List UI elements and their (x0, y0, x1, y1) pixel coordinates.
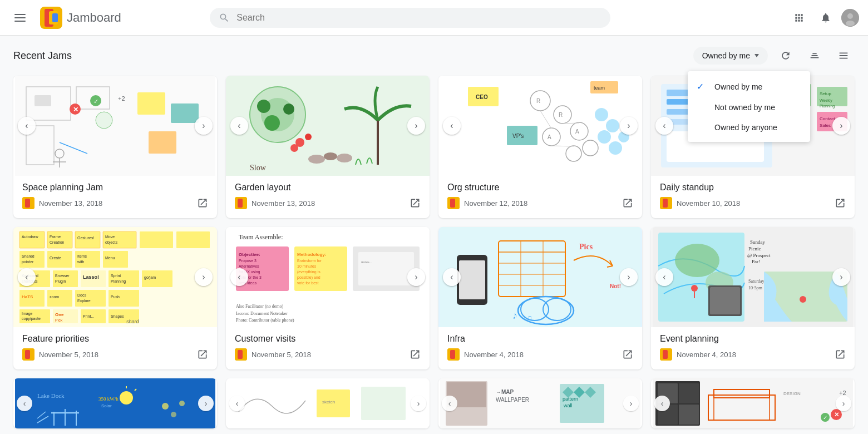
svg-point-224 (171, 412, 176, 417)
bottom-cards-row: Lake Dock 350 kW/h Solar (13, 378, 855, 428)
card-next-button-customer[interactable]: › (407, 268, 425, 286)
bottom-card-lake[interactable]: Lake Dock 350 kW/h Solar (13, 378, 217, 428)
card-next-button-daily[interactable]: › (832, 117, 850, 135)
card-infra[interactable]: Pics ♪ ♫ Not! ‹ › Infra (438, 227, 642, 369)
jam-icon-space (22, 197, 34, 209)
notifications-button[interactable] (815, 7, 837, 29)
card-prev-button-feature[interactable]: ‹ (18, 268, 36, 286)
open-external-icon-infra[interactable] (622, 349, 633, 360)
svg-text:10 minutes: 10 minutes (297, 264, 317, 268)
search-icon (219, 12, 230, 23)
svg-text:Sprint: Sprint (111, 274, 121, 278)
svg-text:(everything is: (everything is (297, 270, 320, 274)
card-next-button-org[interactable]: › (620, 117, 638, 135)
card-next-button-garden[interactable]: › (407, 117, 425, 135)
svg-rect-13 (137, 92, 165, 115)
svg-rect-228 (361, 387, 406, 420)
card-space-planning[interactable]: ✕ ✓ +2 ‹ › Space planning Jam (13, 76, 217, 218)
card-prev-button-event[interactable]: ‹ (655, 268, 673, 286)
filter-dropdown-button[interactable]: Owned by me (693, 47, 768, 65)
bottom-card-next-lake[interactable]: › (198, 396, 214, 411)
card-prev-button-space[interactable]: ‹ (18, 117, 36, 135)
bottom-card-next-sketch2[interactable]: › (411, 396, 426, 411)
bottom-card-map-wallpaper[interactable]: →MAP WALLPAPER pattern wall ‹ › (438, 378, 642, 428)
sort-button[interactable] (803, 45, 826, 67)
svg-rect-245 (679, 405, 699, 425)
card-customer-visits[interactable]: Team Assemble: Objective: Propose 3 Alte… (226, 227, 430, 369)
preview-svg-event: Sunday Picnic @ Prospect Par! Saturday 1… (651, 227, 855, 327)
svg-text:Also Facilitator (no demo): Also Facilitator (no demo) (236, 304, 283, 309)
svg-text:✕: ✕ (834, 411, 839, 418)
hamburger-menu-button[interactable] (9, 7, 31, 29)
card-prev-button-garden[interactable]: ‹ (230, 117, 248, 135)
preview-svg-sketch2: sketch (226, 378, 430, 428)
card-prev-button-customer[interactable]: ‹ (230, 268, 248, 286)
card-prev-button-org[interactable]: ‹ (443, 117, 461, 135)
bottom-card-prev-sketch2[interactable]: ‹ (229, 396, 245, 411)
card-prev-button-infra[interactable]: ‹ (443, 268, 461, 286)
svg-text:Menu: Menu (105, 256, 115, 260)
svg-text:Par!: Par! (752, 259, 760, 264)
svg-text:Pics: Pics (579, 243, 593, 251)
svg-text:Shapes: Shapes (111, 314, 124, 319)
filter-dropdown-menu: ✓ Owned by me Not owned by me Owned by a… (688, 71, 810, 142)
search-bar[interactable] (210, 8, 610, 28)
filter-option-not-owned-by-me[interactable]: Not owned by me (688, 97, 810, 117)
card-info-garden: Garden layout November 13, 2018 (226, 176, 430, 218)
card-next-button-space[interactable]: › (195, 117, 213, 135)
card-next-button-feature[interactable]: › (195, 268, 213, 286)
svg-text:WALLPAPER: WALLPAPER (496, 397, 529, 403)
open-external-icon-daily[interactable] (835, 198, 846, 209)
card-meta-space: November 13, 2018 (22, 197, 208, 209)
list-view-button[interactable] (832, 45, 855, 67)
bottom-card-prev-map[interactable]: ‹ (442, 396, 457, 411)
svg-text:zoom: zoom (50, 295, 59, 299)
bottom-card-furniture[interactable]: DESIGN +2 ✕ ✓ ‹ › (651, 378, 855, 428)
apps-grid-button[interactable] (788, 7, 810, 29)
svg-point-36 (308, 155, 325, 164)
svg-text:HaTS: HaTS (22, 294, 33, 299)
card-next-button-event[interactable]: › (832, 268, 850, 286)
svg-rect-93 (47, 231, 72, 248)
svg-rect-108 (75, 251, 100, 268)
card-meta-left-customer: November 5, 2018 (235, 348, 311, 361)
card-date-garden: November 13, 2018 (251, 199, 315, 208)
bottom-card-next-map[interactable]: › (623, 396, 639, 411)
svg-text:objects: objects (105, 240, 118, 245)
svg-text:pointer: pointer (22, 260, 34, 264)
card-next-button-infra[interactable]: › (620, 268, 638, 286)
svg-point-37 (324, 152, 337, 160)
card-org-structure[interactable]: CEO VP's team R R A A (438, 76, 642, 218)
svg-text:Objective:: Objective: (239, 252, 260, 257)
card-garden-layout[interactable]: Slow ‹ › Garden layout November 13, 2018 (226, 76, 430, 218)
avatar[interactable] (841, 9, 859, 27)
open-external-icon-feature[interactable] (197, 349, 208, 360)
filter-option-owned-by-me[interactable]: ✓ Owned by me (688, 76, 810, 97)
filter-option-owned-by-anyone[interactable]: Owned by anyone (688, 117, 810, 137)
card-event-planning[interactable]: Sunday Picnic @ Prospect Par! Saturday 1… (651, 227, 855, 369)
svg-text:Slow: Slow (250, 164, 267, 172)
svg-text:Alternatives: Alternatives (239, 264, 259, 268)
card-feature-priorities[interactable]: Autodraw Frame Creation Gestures! Move o… (13, 227, 217, 369)
svg-rect-91 (19, 231, 45, 248)
jam-icon-event (660, 348, 672, 361)
bottom-card-prev-lake[interactable]: ‹ (17, 396, 32, 411)
open-external-icon-event[interactable] (835, 349, 846, 360)
card-prev-button-daily[interactable]: ‹ (655, 117, 673, 135)
svg-point-206 (800, 296, 806, 303)
open-external-icon-org[interactable] (622, 198, 633, 209)
card-info-infra: Infra November 4, 2018 (438, 327, 642, 369)
open-external-icon-space[interactable] (197, 198, 208, 209)
svg-text:Plugin: Plugin (55, 279, 66, 284)
search-input[interactable] (236, 13, 601, 23)
bottom-card-prev-furniture[interactable]: ‹ (654, 396, 670, 411)
card-meta-left-org: November 12, 2018 (447, 197, 527, 209)
open-external-icon-customer[interactable] (410, 349, 421, 360)
card-meta-feature: November 5, 2018 (22, 348, 208, 361)
svg-rect-11 (34, 95, 51, 106)
open-external-icon-garden[interactable] (410, 198, 421, 209)
bottom-card-next-furniture[interactable]: › (836, 396, 851, 411)
svg-text:Sunday: Sunday (750, 239, 766, 245)
refresh-button[interactable] (775, 45, 797, 67)
bottom-card-sketch2[interactable]: sketch ‹ › (226, 378, 430, 428)
